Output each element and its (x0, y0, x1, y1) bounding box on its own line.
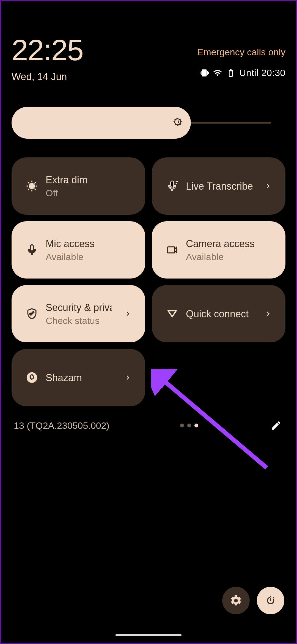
chevron-right-icon (264, 309, 273, 318)
tile-shazam[interactable]: Shazam (12, 349, 145, 406)
tile-quick-connect[interactable]: Quick connect (152, 285, 285, 342)
power-button[interactable] (257, 587, 284, 614)
tile-subtitle: Available (186, 252, 276, 262)
mic-text-icon (166, 180, 178, 192)
tile-title: Quick connect (186, 308, 249, 320)
gear-icon (230, 594, 242, 607)
shazam-icon (26, 372, 38, 384)
chevron-right-icon (123, 309, 132, 318)
tile-extra-dim[interactable]: Extra dim Off (12, 157, 145, 215)
power-icon (264, 594, 277, 607)
tile-title: Extra dim (46, 174, 135, 186)
tile-live-transcribe[interactable]: Live Transcribe (152, 157, 285, 215)
build-version: 13 (TQ2A.230505.002) (14, 420, 109, 431)
vibrate-icon (200, 68, 209, 78)
bottom-action-buttons (222, 587, 284, 614)
tile-subtitle: Off (46, 188, 135, 198)
svg-point-0 (30, 184, 34, 188)
tile-expand[interactable] (118, 349, 135, 406)
page-dot-active (194, 424, 198, 427)
mic-icon (26, 244, 38, 256)
wifi-icon (213, 68, 222, 78)
battery-icon (226, 68, 235, 78)
page-dot (187, 424, 191, 427)
tile-security-privacy[interactable]: Security & privacy Check status (12, 285, 145, 342)
status-icons: Until 20:30 (200, 67, 285, 78)
tile-camera-access[interactable]: Camera access Available (152, 221, 285, 279)
footer-row: 13 (TQ2A.230505.002) (12, 418, 285, 433)
camera-icon (166, 244, 178, 256)
tile-subtitle: Available (46, 252, 135, 262)
tile-expand[interactable] (258, 157, 276, 215)
page-indicator (180, 424, 198, 427)
chevron-right-icon (264, 182, 273, 190)
brightness-slider[interactable] (12, 107, 285, 139)
shield-check-icon (26, 308, 38, 320)
status-header: 22:25 Wed, 14 Jun Emergency calls only U… (12, 0, 285, 83)
edit-tiles-button[interactable] (269, 418, 283, 433)
brightness-auto-icon (172, 117, 184, 129)
tile-title: Shazam (46, 372, 82, 384)
tile-title: Live Transcribe (186, 180, 253, 192)
tile-title: Camera access (186, 238, 276, 250)
tile-title: Security & privacy (46, 301, 112, 314)
triangle-down-icon (166, 308, 178, 320)
settings-button[interactable] (222, 587, 250, 614)
tile-subtitle: Check status (46, 315, 118, 326)
chevron-right-icon (123, 373, 132, 382)
tile-expand[interactable] (118, 285, 135, 342)
clock-date: Wed, 14 Jun (12, 71, 83, 83)
qs-tiles-grid: Extra dim Off Live Transcribe Mic access… (12, 157, 285, 406)
network-status-text: Emergency calls only (197, 47, 285, 58)
tile-title: Mic access (46, 238, 135, 250)
brightness-icon (26, 180, 38, 192)
clock-time: 22:25 (12, 35, 83, 65)
pencil-icon (271, 420, 282, 431)
battery-until-text: Until 20:30 (239, 67, 285, 78)
tile-mic-access[interactable]: Mic access Available (12, 221, 145, 279)
tile-expand[interactable] (258, 285, 276, 342)
page-dot (180, 424, 184, 427)
home-indicator[interactable] (116, 634, 182, 636)
